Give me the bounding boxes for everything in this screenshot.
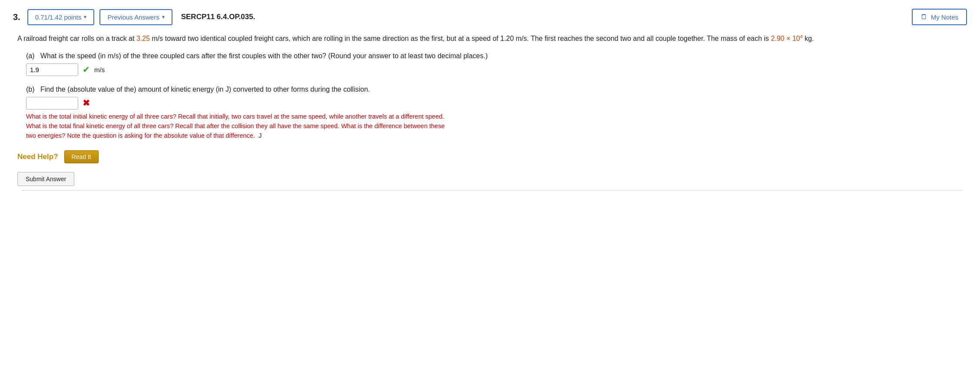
part-a: (a) What is the speed (in m/s) of the th…	[13, 52, 967, 76]
question-container: 3. 0.71/1.42 points ▾ Previous Answers ▾…	[0, 0, 980, 199]
part-a-label: (a) What is the speed (in m/s) of the th…	[26, 52, 967, 60]
read-it-label: Read It	[72, 153, 91, 160]
my-notes-label: My Notes	[931, 13, 958, 21]
previous-answers-label: Previous Answers	[107, 13, 159, 21]
part-b-question: Find the (absolute value of the) amount …	[40, 86, 370, 93]
problem-text: A railroad freight car rolls on a track …	[13, 33, 967, 44]
submit-row: Submit Answer	[13, 172, 967, 191]
part-b-answer-row: ✖	[26, 97, 967, 109]
problem-text-3: kg.	[803, 35, 814, 42]
part-b-input[interactable]	[26, 97, 78, 109]
part-a-unit: m/s	[94, 66, 105, 73]
part-b-label: (b) Find the (absolute value of the) amo…	[26, 86, 967, 93]
part-a-correct-icon: ✔	[83, 64, 90, 75]
question-code: SERCP11 6.4.OP.035.	[181, 13, 907, 21]
speed-highlight: 3.25	[136, 35, 150, 42]
submit-button[interactable]: Submit Answer	[17, 172, 74, 186]
part-a-input[interactable]	[26, 63, 78, 76]
problem-text-2: m/s toward two identical coupled freight…	[150, 35, 771, 42]
hint-line1: What is the total initial kinetic energy…	[26, 113, 444, 120]
part-a-answer-row: ✔ m/s	[26, 63, 967, 76]
problem-text-1: A railroad freight car rolls on a track …	[17, 35, 136, 42]
submit-label: Submit Answer	[26, 176, 66, 182]
hint-line3: two energies? Note the question is askin…	[26, 132, 255, 139]
need-help-row: Need Help? Read It	[17, 150, 967, 163]
part-b-unit: J	[258, 132, 262, 139]
divider	[22, 190, 963, 191]
question-number: 3.	[13, 12, 20, 22]
read-it-button[interactable]: Read It	[64, 150, 99, 163]
mass-highlight: 2.90 × 104	[771, 35, 803, 42]
part-b: (b) Find the (absolute value of the) amo…	[13, 86, 967, 141]
my-notes-button[interactable]: 🗒 My Notes	[912, 9, 967, 25]
question-header: 3. 0.71/1.42 points ▾ Previous Answers ▾…	[13, 9, 967, 25]
note-icon: 🗒	[920, 13, 927, 21]
part-b-incorrect-icon: ✖	[83, 98, 90, 108]
previous-answers-chevron-icon: ▾	[162, 14, 165, 20]
part-b-hint: What is the total initial kinetic energy…	[26, 112, 851, 141]
points-chevron-icon: ▾	[84, 14, 86, 20]
need-help-label: Need Help?	[17, 153, 58, 161]
part-a-question: What is the speed (in m/s) of the three …	[40, 52, 488, 60]
part-a-letter: (a)	[26, 52, 35, 60]
points-button[interactable]: 0.71/1.42 points ▾	[27, 9, 95, 25]
previous-answers-button[interactable]: Previous Answers ▾	[99, 9, 172, 25]
points-label: 0.71/1.42 points	[35, 13, 82, 21]
part-b-letter: (b)	[26, 86, 35, 93]
hint-line2: What is the total final kinetic energy o…	[26, 123, 445, 129]
